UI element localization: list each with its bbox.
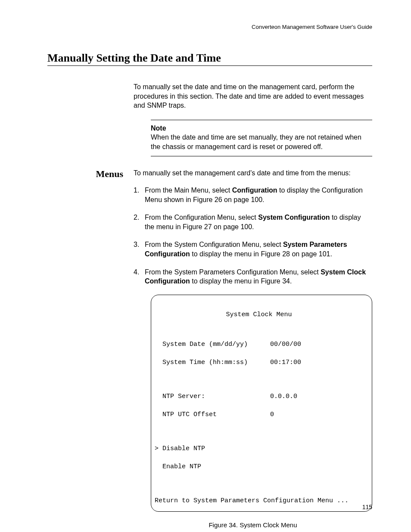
term-system-time-value: 00:17:00 xyxy=(270,358,301,367)
step-2: 2. From the Configuration Menu, select S… xyxy=(134,213,372,231)
step-1: 1. From the Main Menu, select Configurat… xyxy=(134,186,372,204)
section-title: Manually Setting the Date and Time xyxy=(47,52,372,65)
step-number: 1. xyxy=(134,186,145,204)
note-box: Note When the date and time are set manu… xyxy=(151,120,372,156)
side-heading-menus: Menus xyxy=(47,168,134,180)
intro-paragraph: To manually set the date and time on the… xyxy=(134,82,372,110)
term-ntp-server-value: 0.0.0.0 xyxy=(270,392,297,401)
term-system-date-value: 00/00/00 xyxy=(270,340,301,349)
term-enable-ntp: Enable NTP xyxy=(162,462,201,471)
step-text-pre: From the System Configuration Menu, sele… xyxy=(145,241,283,248)
term-ntp-server-label: NTP Server: xyxy=(162,392,270,401)
steps-list: 1. From the Main Menu, select Configurat… xyxy=(134,186,372,286)
title-rule xyxy=(47,65,372,66)
term-system-time-label: System Time (hh:mm:ss) xyxy=(162,358,270,367)
step-bold: System Configuration xyxy=(258,214,330,221)
running-header: Converteon Management Software User's Gu… xyxy=(47,24,372,30)
term-ntp-offset-label: NTP UTC Offset xyxy=(162,410,270,419)
step-text-post: to display the menu in Figure 28 on page… xyxy=(190,250,332,258)
terminal-title: System Clock Menu xyxy=(155,310,363,319)
term-system-date-label: System Date (mm/dd/yy) xyxy=(162,340,270,349)
step-number: 2. xyxy=(134,213,145,231)
term-return-line: Return to System Parameters Configuratio… xyxy=(155,496,363,505)
page-number: 115 xyxy=(362,504,372,510)
term-disable-ntp: Disable NTP xyxy=(162,444,205,453)
figure-caption: Figure 34. System Clock Menu xyxy=(134,521,372,529)
step-number: 3. xyxy=(134,240,145,258)
step-text-pre: From the Configuration Menu, select xyxy=(145,214,258,221)
step-text-pre: From the System Parameters Configuration… xyxy=(145,268,321,276)
note-label: Note xyxy=(151,124,372,133)
step-text-post: to display the menu in Figure 34. xyxy=(190,277,292,285)
step-number: 4. xyxy=(134,268,145,286)
menus-lead: To manually set the management card's da… xyxy=(134,168,372,178)
step-4: 4. From the System Parameters Configurat… xyxy=(134,268,372,286)
step-3: 3. From the System Configuration Menu, s… xyxy=(134,240,372,258)
term-selector-mark: > xyxy=(155,444,162,453)
note-text: When the date and time are set manually,… xyxy=(151,134,361,150)
term-ntp-offset-value: 0 xyxy=(270,410,274,419)
step-bold: Configuration xyxy=(232,187,277,194)
step-text-pre: From the Main Menu, select xyxy=(145,187,232,194)
terminal-screen: System Clock Menu System Date (mm/dd/yy)… xyxy=(151,295,372,512)
